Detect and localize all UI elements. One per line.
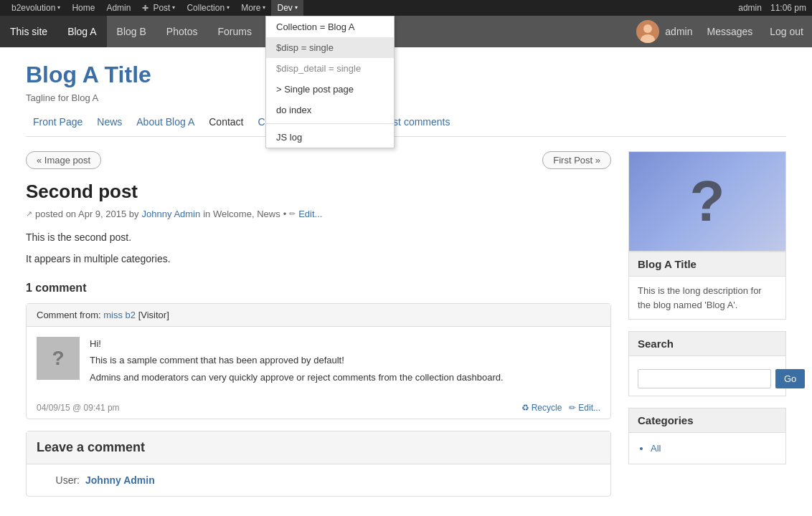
admin-bar-home[interactable]: Home	[66, 0, 100, 16]
brand-caret-icon: ▾	[57, 0, 60, 16]
admin-avatar	[636, 20, 659, 43]
dropdown-item-single-post[interactable]: > Single post page	[266, 79, 394, 100]
next-post-button[interactable]: First Post »	[542, 151, 611, 169]
comment-timestamp: 04/09/15 @ 09:41 pm	[37, 403, 120, 413]
post-meta: ↗ posted on Apr 9, 2015 by Johnny Admin …	[26, 209, 611, 219]
post-external-link-icon[interactable]: ↗	[26, 209, 32, 219]
site-nav-right: admin Messages Log out	[631, 16, 812, 47]
comments-heading: 1 comment	[26, 282, 611, 295]
svg-point-1	[643, 24, 652, 33]
nav-photos[interactable]: Photos	[156, 16, 208, 47]
post-body: This is the second post. It appears in m…	[26, 229, 611, 267]
sidebar-categories-heading: Categories	[629, 408, 785, 433]
dev-caret-icon: ▾	[295, 0, 298, 16]
user-label: User:	[37, 474, 80, 486]
admin-bar-right: admin 11:06 pm	[738, 3, 806, 13]
user-name-link[interactable]: Johnny Admin	[85, 474, 155, 486]
comment-text: Hi! This is a sample comment that has be…	[90, 337, 504, 388]
admin-bar-collection[interactable]: Collection ▾	[181, 0, 235, 16]
blog-nav-front-page[interactable]: Front Page	[26, 113, 90, 130]
this-site-label[interactable]: This site	[0, 16, 57, 47]
collection-caret-icon: ▾	[227, 0, 230, 16]
prev-post-button[interactable]: « Image post	[26, 151, 101, 169]
recycle-icon: ♻	[521, 403, 529, 413]
category-all[interactable]: All	[651, 440, 777, 457]
admin-bar: b2evolution ▾ Home Admin ✚ Post ▾ Collec…	[0, 0, 812, 16]
content-layout: « Image post First Post » Second post ↗ …	[26, 151, 786, 508]
admin-bar-brand[interactable]: b2evolution ▾	[6, 0, 66, 16]
dropdown-item-js-log[interactable]: JS log	[266, 127, 394, 148]
post-edit-link[interactable]: Edit...	[298, 209, 322, 219]
edit-icon: ✏	[569, 403, 576, 413]
nav-blog-a[interactable]: Blog A	[57, 16, 106, 47]
nav-messages[interactable]: Messages	[698, 16, 761, 47]
sidebar-blog-title-section: Blog A Title This is the long descriptio…	[628, 252, 786, 320]
sidebar-question-mark: ?	[690, 168, 725, 234]
nav-admin-avatar-area: admin	[631, 16, 698, 47]
admin-bar-post[interactable]: ✚ Post ▾	[136, 0, 181, 16]
commenter-avatar: ?	[37, 337, 80, 380]
admin-bar-left: b2evolution ▾ Home Admin ✚ Post ▾ Collec…	[6, 0, 303, 16]
content-main: « Image post First Post » Second post ↗ …	[26, 151, 611, 508]
admin-bar-more[interactable]: More ▾	[235, 0, 271, 16]
admin-bar-dev[interactable]: Dev ▾	[271, 0, 303, 16]
leave-comment-heading: Leave a comment	[27, 431, 610, 464]
main-wrapper: Blog A Title Tagline for Blog A Front Pa…	[11, 47, 801, 508]
sidebar-categories-section: Categories All	[628, 408, 786, 464]
search-button[interactable]: Go	[775, 369, 805, 388]
content-sidebar: ? Blog A Title This is the long descript…	[628, 151, 786, 508]
blog-nav: Front Page News About Blog A Contact Cat…	[26, 113, 786, 137]
post-edit-icon: ✏	[289, 209, 296, 219]
comment-box: Comment from: miss b2 [Visitor] ? Hi! Th…	[26, 303, 611, 420]
sidebar-search-section: Search Go	[628, 331, 786, 396]
blog-tagline: Tagline for Blog A	[26, 92, 786, 103]
leave-comment-body: User: Johnny Admin	[27, 464, 610, 496]
sidebar-search-heading: Search	[629, 332, 785, 356]
dropdown-item-disp[interactable]: $disp = single	[266, 37, 394, 58]
blog-nav-about[interactable]: About Blog A	[129, 113, 202, 130]
post-author-link[interactable]: Johnny Admin	[142, 209, 201, 219]
recycle-button[interactable]: ♻ Recycle	[521, 403, 562, 413]
nav-blog-b[interactable]: Blog B	[107, 16, 156, 47]
admin-bar-admin[interactable]: Admin	[100, 0, 136, 16]
nav-forums[interactable]: Forums	[207, 16, 261, 47]
comment-actions: ♻ Recycle ✏ Edit...	[521, 403, 600, 413]
leave-comment-box: Leave a comment User: Johnny Admin	[26, 431, 611, 497]
comment-body: ? Hi! This is a sample comment that has …	[27, 327, 610, 398]
dropdown-item-disp-detail[interactable]: $disp_detail = single	[266, 58, 394, 79]
sidebar-search-form: Go	[638, 369, 777, 388]
site-nav: This site Blog A Blog B Photos Forums Ma…	[0, 16, 812, 47]
nav-logout[interactable]: Log out	[761, 16, 812, 47]
sidebar-blog-title-heading: Blog A Title	[629, 252, 785, 277]
dev-dropdown-menu: Collection = Blog A $disp = single $disp…	[265, 16, 395, 148]
comment-footer: 04/09/15 @ 09:41 pm ♻ Recycle ✏ Edit...	[27, 397, 610, 419]
comment-header: Comment from: miss b2 [Visitor]	[27, 304, 610, 327]
sidebar-search-body: Go	[629, 356, 785, 396]
dropdown-item-do-index[interactable]: do index	[266, 100, 394, 120]
blog-title: Blog A Title	[26, 62, 786, 88]
post-title: Second post	[26, 181, 611, 203]
sidebar-blog-title-body: This is the long description for the blo…	[629, 277, 785, 319]
blog-nav-news[interactable]: News	[90, 113, 129, 130]
search-input[interactable]	[638, 369, 771, 388]
user-row: User: Johnny Admin	[37, 474, 600, 486]
post-nav: « Image post First Post »	[26, 151, 611, 169]
post-caret-icon: ▾	[172, 0, 175, 16]
sidebar-categories-list: All	[629, 433, 785, 464]
blog-nav-contact[interactable]: Contact	[202, 113, 250, 130]
comment-author-link[interactable]: miss b2	[103, 310, 136, 320]
edit-comment-button[interactable]: ✏ Edit...	[569, 403, 600, 413]
more-caret-icon: ▾	[263, 0, 265, 16]
dropdown-item-collection[interactable]: Collection = Blog A	[266, 16, 394, 37]
blog-header: Blog A Title Tagline for Blog A Front Pa…	[26, 62, 786, 137]
sidebar-image: ?	[628, 151, 786, 252]
dropdown-divider	[266, 123, 394, 124]
